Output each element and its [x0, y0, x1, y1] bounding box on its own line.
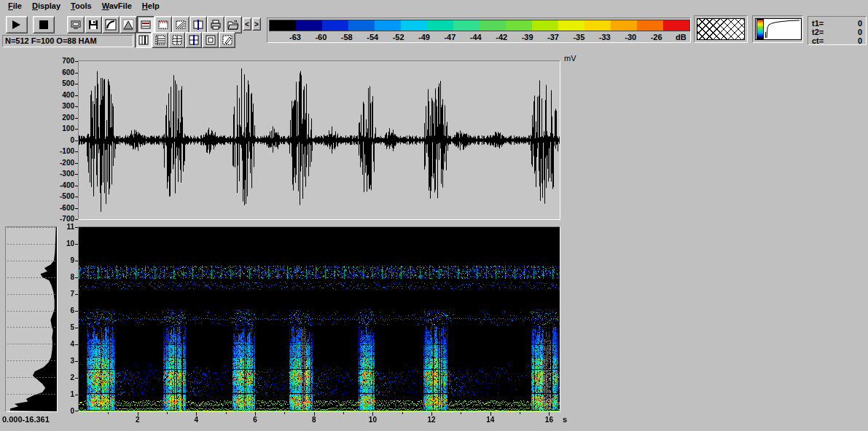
spectrogram-ytick-label: 11 [52, 223, 74, 231]
next-button[interactable]: > [252, 17, 261, 31]
spectrogram-xtick-mark [520, 412, 520, 414]
colorbar-tick-label: -42 [491, 33, 512, 41]
layout-grid-button[interactable] [168, 32, 185, 48]
colorbar-gradient-strip [269, 20, 690, 31]
spectrogram-xtick-label: 2 [130, 416, 145, 424]
center-cursor-icon [188, 34, 200, 46]
spectrogram-canvas[interactable] [79, 227, 560, 411]
menu-display[interactable]: Display [27, 1, 66, 12]
ct-value: 0 [858, 36, 862, 45]
waveform-display-button[interactable] [137, 16, 155, 33]
printer-icon [210, 19, 222, 31]
open-file-button[interactable] [224, 16, 242, 33]
layout-rows-button[interactable] [152, 32, 168, 48]
layout-center-cursor-button[interactable] [185, 32, 202, 48]
average-spectrum-panel[interactable] [5, 226, 58, 412]
colorbar-tick-label: -30 [620, 33, 641, 41]
waveform-ytick-label: 0 [52, 136, 74, 144]
time-range-label: 0.000-16.361 [2, 415, 50, 424]
colorbar-segment [506, 20, 532, 31]
colorbar-tick-label: -39 [517, 33, 538, 41]
print-button[interactable] [207, 16, 224, 33]
menu-bar: File Display Tools WavFile Help [0, 0, 868, 12]
waveform-ytick-mark [75, 141, 78, 141]
spectrogram-ytick-label: 4 [52, 340, 74, 348]
colorbar[interactable]: -63-60-58-54-52-49-47-44-42-39-37-35-33-… [267, 17, 691, 43]
waveform-plot[interactable]: mV 7006005004003002001000-100-200-300-40… [78, 60, 560, 220]
ct-label: ct= [812, 36, 824, 45]
waveform-ytick-mark [75, 208, 78, 209]
colorbar-tick-label: -54 [362, 33, 383, 41]
edit-annotations-button[interactable] [219, 32, 235, 48]
waveform-ytick-label: -600 [52, 204, 74, 212]
t2-value: 0 [858, 28, 862, 36]
menu-file[interactable]: File [3, 1, 27, 12]
meter-row-t2: t2= 0 [812, 28, 862, 36]
colorbar-segment [296, 20, 322, 31]
colorbar-segment [611, 20, 637, 31]
save-button[interactable] [85, 16, 102, 33]
spectrogram-plot[interactable]: 11109876543210 246810121416 s [78, 226, 560, 412]
spectrogram-xtick-label: 14 [483, 416, 498, 424]
average-spectrum-canvas[interactable] [6, 227, 57, 411]
spectrogram-ytick-mark [75, 244, 78, 245]
spectrogram-xtick-label: 4 [189, 416, 203, 424]
scale-curve-button[interactable] [102, 16, 120, 33]
spectrogram-ytick-mark [75, 311, 78, 312]
app-window: File Display Tools WavFile Help [0, 0, 868, 431]
time-cursor-button[interactable] [189, 16, 207, 33]
colorbar-segment [637, 20, 663, 31]
colorbar-tick-label: -33 [595, 33, 615, 41]
cursor-values-panel: t1= 0 t2= 0 ct= 0 [808, 16, 867, 45]
colorbar-segment [480, 20, 506, 31]
waveform-ytick-label: -300 [52, 170, 74, 178]
display-window-button[interactable] [67, 16, 85, 33]
colorbar-tick-label: -44 [466, 33, 486, 41]
waveform-ytick-label: 300 [52, 102, 74, 110]
waveform-ytick-label: 200 [52, 114, 74, 122]
colorbar-segment [532, 20, 558, 31]
spectrum-peak-button[interactable] [120, 16, 137, 33]
waveform-ytick-label: -400 [52, 181, 74, 189]
grid-icon [171, 34, 183, 46]
prev-button[interactable]: < [243, 17, 251, 31]
meter-row-ct: ct= 0 [812, 36, 862, 45]
spectrogram-ytick-label: 10 [52, 240, 74, 248]
waveform-ytick-mark [75, 129, 78, 130]
colorbar-segment [663, 20, 689, 31]
play-icon [11, 20, 23, 29]
menu-help[interactable]: Help [137, 1, 165, 12]
pencil-icon [222, 34, 233, 46]
waveform-ytick-label: 100 [52, 124, 74, 133]
spectrogram-xtick-label: 16 [541, 416, 556, 424]
floppy-disk-icon [87, 19, 99, 31]
colorbar-segment [375, 20, 401, 31]
menu-wavfile[interactable]: WavFile [97, 1, 137, 12]
zoom-select-button[interactable] [172, 16, 189, 33]
open-folder-icon [227, 19, 239, 31]
layout-inner-box-button[interactable] [202, 32, 219, 48]
monitor-icon [70, 19, 82, 31]
spectrogram-xtick-mark [226, 412, 227, 414]
rows-icon [155, 34, 166, 46]
colorbar-labels: -63-60-58-54-52-49-47-44-42-39-37-35-33-… [267, 33, 692, 42]
waveform-unit-label: mV [564, 54, 576, 63]
menu-tools[interactable]: Tools [66, 1, 97, 12]
play-button[interactable] [6, 16, 28, 33]
ruler-marks-button[interactable] [155, 16, 172, 33]
spectrogram-xtick-mark [343, 412, 344, 414]
stop-button[interactable] [33, 16, 55, 33]
spectrogram-xtick-label: 6 [248, 416, 262, 424]
hatch-pattern-panel[interactable] [694, 15, 748, 43]
colorbar-segment [322, 20, 348, 31]
spectrogram-ytick-mark [75, 378, 78, 379]
time-unit-label: s [563, 415, 567, 424]
spectrogram-xtick-mark [402, 412, 403, 414]
waveform-ytick-label: 700 [52, 57, 74, 65]
transfer-curve-panel[interactable] [752, 15, 803, 43]
spectrogram-xtick-mark [461, 412, 461, 414]
layout-vertical-lines-button[interactable] [135, 32, 152, 48]
colorbar-segment [401, 20, 427, 31]
colorbar-tick-label: -37 [543, 33, 563, 41]
waveform-canvas[interactable] [79, 61, 560, 219]
